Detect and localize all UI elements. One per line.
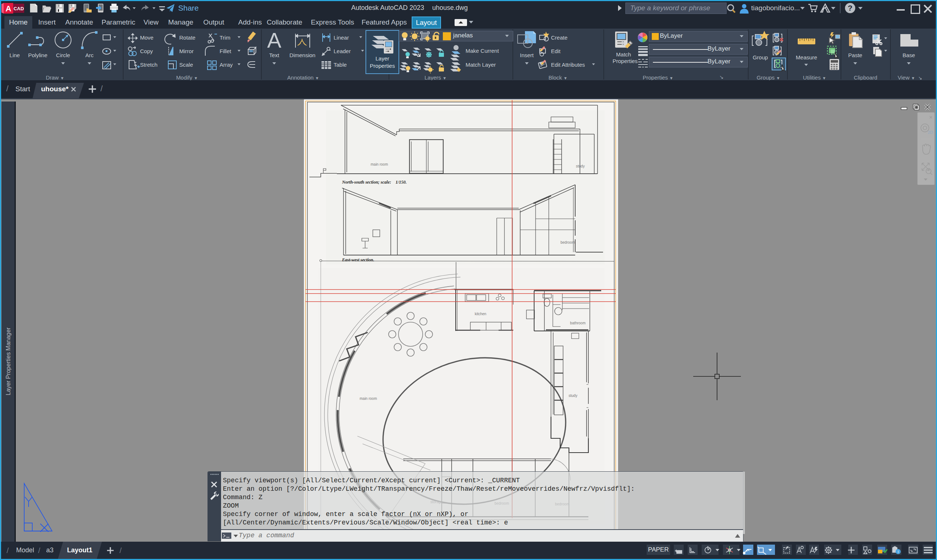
svg-text:A: A [6,4,11,13]
svg-text:A: A [267,29,282,52]
svg-text:i: i [898,549,899,554]
svg-text:East-west section.: East-west section. [342,257,374,262]
svg-text:2D: 2D [928,130,933,134]
svg-text:bathroom: bathroom [570,321,585,325]
svg-text:bedroom: bedroom [560,240,575,245]
svg-text:kitchen: kitchen [475,312,486,316]
svg-text:main room: main room [371,162,388,166]
svg-text:main room: main room [360,397,377,401]
svg-text:CAD: CAD [14,6,24,11]
svg-text:North-south section; scale:: North-south section; scale: 1/150. [342,180,406,185]
svg-text:study: study [576,164,585,168]
svg-text:study: study [569,394,577,398]
